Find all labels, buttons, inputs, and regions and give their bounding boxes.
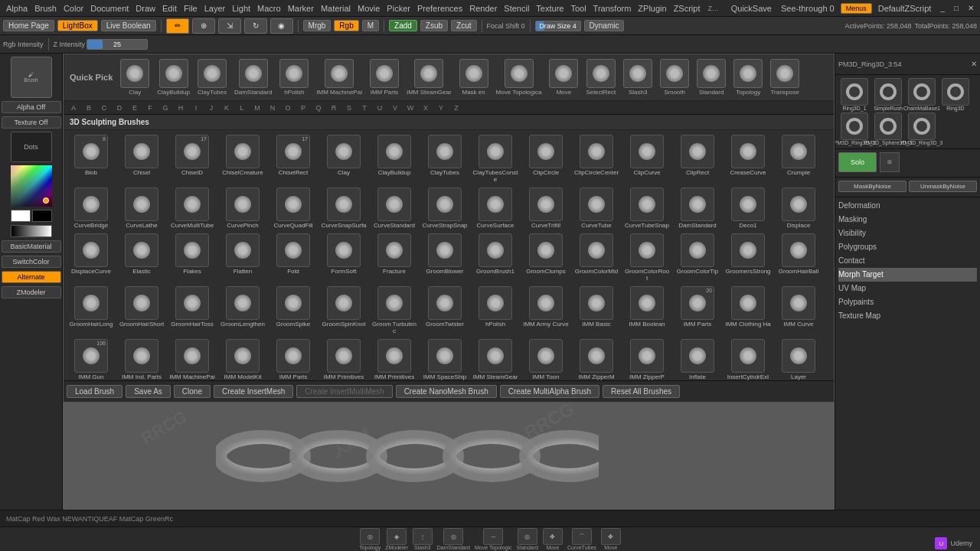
canvas-area[interactable]: RRCG 人素材 RRCG [63,403,835,510]
unmask-by-noise-btn[interactable]: UnmaskByNoise [909,181,977,192]
brush-item[interactable]: Elastic [117,232,166,283]
zcut-btn[interactable]: Zcut [451,20,476,31]
action-btn-3[interactable]: Create InsertMesh [214,385,293,398]
dynamic-btn[interactable]: Dynamic [584,20,625,31]
right-brush-item[interactable]: ChainMaBase1 [906,78,938,111]
brush-item[interactable]: IMM SpaceShip [420,337,469,380]
brush-item[interactable]: Flatten [218,232,267,283]
alpha-letter-m[interactable]: M [250,104,264,112]
bottom-tool-item[interactable]: ↔ Move Topologic [475,528,512,550]
quick-pick-item[interactable]: hPolish [278,57,310,97]
alpha-letter-n[interactable]: N [266,104,279,112]
menu-zscript[interactable]: ZScript [671,3,704,14]
menus-btn[interactable]: Menus [841,3,872,14]
z-intensity-control[interactable]: Z Intensity 25 [54,39,149,50]
action-btn-5[interactable]: Create NanoMesh Brush [396,385,497,398]
alpha-letter-p[interactable]: P [296,104,310,112]
mrgb-btn[interactable]: Mrgb [303,20,332,31]
brush-item[interactable]: IMM ModelKit [218,337,267,380]
brush-item[interactable]: CurveStrapSnap [420,186,469,230]
brush-item[interactable]: GroomHairShort [117,285,166,336]
brush-item[interactable]: ClipRect [673,133,722,184]
basic-material-btn[interactable]: BasicMaterial [2,240,61,253]
zadd-btn[interactable]: Zadd [389,20,417,31]
right-section-item[interactable]: Visibility [838,227,977,240]
bottom-tool-item[interactable]: ✥ Move [601,528,621,550]
lightbox-tab[interactable]: LightBox [57,20,98,31]
quick-pick-item[interactable]: Move [547,57,580,97]
alpha-letter-s[interactable]: S [342,104,356,112]
action-btn-4[interactable]: Create InsertMultiMesh [296,385,392,398]
brush-icon[interactable]: 🖌 Brush [11,57,52,98]
menu-alpha[interactable]: Alpha [3,3,31,14]
menu-render[interactable]: Render [466,3,500,14]
quick-pick-item[interactable]: IMM MachinePai [315,57,364,97]
brush-item[interactable]: GroomHairLong [67,285,116,336]
quick-pick-item[interactable]: Transpose [769,57,801,97]
see-through-btn[interactable]: See-through 0 [778,3,838,14]
brush-item[interactable]: ChiselCreature [218,133,267,184]
bottom-tool-item[interactable]: ⋮ Slash3 [413,528,433,550]
action-btn-7[interactable]: Reset All Brushes [603,385,680,398]
bottom-tool-item[interactable]: ◎ DamStandard [437,528,470,550]
brush-item[interactable]: CurveTube [572,186,621,230]
brush-item[interactable]: GroomBrush1 [471,232,520,283]
quick-pick-item[interactable]: IMM SteamGear [405,57,453,97]
brush-item[interactable]: GroomTwister [420,285,469,336]
mask-by-noise-btn[interactable]: MaskByNoise [838,181,906,192]
brush-item[interactable]: IMM Toon [521,337,570,380]
right-section-item[interactable]: Contact [838,254,977,268]
live-boolean-tab[interactable]: Live Boolean [101,20,156,31]
texture-off-btn[interactable]: Texture Off [2,116,61,129]
brush-item[interactable]: IMM Ind. Parts [117,337,166,380]
quick-pick-item[interactable]: IMM Parts [368,57,400,97]
menu-preferences[interactable]: Preferences [414,3,466,14]
quick-pick-item[interactable]: Topology [732,57,764,97]
menu-file[interactable]: File [181,3,201,14]
menu-marker[interactable]: Marker [285,3,317,14]
solo-btn[interactable]: Solo [838,152,877,172]
menu-macro[interactable]: Macro [254,3,284,14]
zmodeler-left-btn[interactable]: ZModeler [2,286,61,298]
brush-item[interactable]: CurveTubeSnap [622,186,671,230]
alpha-letter-g[interactable]: G [158,104,172,112]
alpha-letter-k[interactable]: K [220,104,234,112]
quick-pick-item[interactable]: Standard [695,57,727,97]
scale-tool-btn[interactable]: ⇲ [218,18,241,34]
brush-item[interactable]: GroomHairToss [168,285,217,336]
brush-item[interactable]: ClayTubes [420,133,469,184]
polypaint-tool-btn[interactable]: ◉ [270,18,293,34]
alpha-letter-y[interactable]: Y [434,104,448,112]
right-panel-close-icon[interactable]: ✕ [971,60,977,68]
brush-item[interactable]: CurveQuadFill [269,186,318,230]
brush-item[interactable]: CurveSurface [471,186,520,230]
menu-movie[interactable]: Movie [354,3,383,14]
brush-item[interactable]: hPolish [471,285,520,336]
quick-pick-item[interactable]: Clay [119,57,151,97]
right-brush-item[interactable]: SimpleRush [872,78,904,111]
brush-item[interactable]: GroomHairBall [774,232,823,283]
brush-item[interactable]: CurveLathe [117,186,166,230]
brush-item[interactable]: Deco1 [724,186,773,230]
right-brush-item[interactable]: Ring3D [939,78,972,111]
spolis-btn[interactable]: ⊞ [880,152,900,172]
rotate-tool-btn[interactable]: ↻ [244,18,267,34]
brush-item[interactable]: IMM SteamGear [471,337,520,380]
right-brush-item[interactable]: PM3D_Sphere3D_3 [872,112,904,145]
quick-pick-item[interactable]: Slash3 [622,57,654,97]
close-btn[interactable]: ✕ [965,3,977,13]
brush-item[interactable]: GroomersStrong [724,232,773,283]
menu-edit[interactable]: Edit [159,3,180,14]
brush-item[interactable]: FormSoft [319,232,368,283]
alpha-letter-b[interactable]: B [82,104,96,112]
black-swatch[interactable] [32,210,52,222]
brush-item[interactable]: IMM Primitives [370,337,419,380]
brush-item[interactable]: Displace [774,186,823,230]
brush-item[interactable]: CurveTrifill [521,186,570,230]
brush-item[interactable]: Crumple [774,133,823,184]
brush-item[interactable]: 106 IMM Gun [67,337,116,380]
right-section-item[interactable]: Masking [838,213,977,227]
quick-pick-item[interactable]: Smooth [658,57,691,97]
brush-item[interactable]: 8 Blob [67,133,116,184]
alpha-letter-f[interactable]: F [143,104,157,112]
